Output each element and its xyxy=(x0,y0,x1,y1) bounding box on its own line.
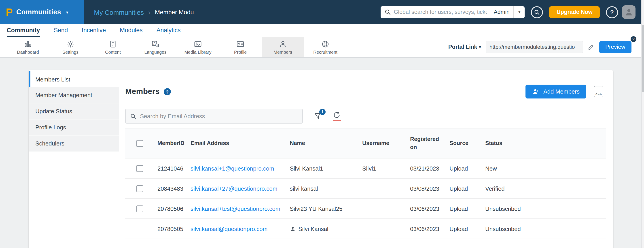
topbar-actions: Admin ▾ Upgrade Now ? xyxy=(381,5,644,19)
preview-button[interactable]: Preview xyxy=(599,41,632,53)
reset-filters-button[interactable] xyxy=(333,111,341,121)
member-email-link[interactable]: silvi.kansal+1@questionpro.com xyxy=(190,165,274,172)
id-card-icon xyxy=(236,40,245,48)
xls-export-button[interactable]: XLS xyxy=(594,86,603,97)
row-checkbox[interactable] xyxy=(136,185,143,192)
module-nav: Community Send Incentive Modules Analyti… xyxy=(0,24,644,37)
cell-source: Upload xyxy=(446,158,482,178)
cell-registered-on: 03/08/2023 xyxy=(406,178,446,198)
toolbar-tab-content[interactable]: Content xyxy=(92,37,134,57)
member-search-input[interactable] xyxy=(140,113,298,120)
search-scope[interactable]: Admin xyxy=(490,9,514,15)
filter-count-badge: 1 xyxy=(319,109,326,115)
toolbar-tab-label: Content xyxy=(105,50,121,54)
search-row: 1 xyxy=(125,109,606,124)
breadcrumb-current: Member Modu... xyxy=(155,9,199,16)
person-icon xyxy=(278,40,287,48)
cell-registered-on: 03/06/2023 xyxy=(406,219,446,239)
scrollbar-thumb[interactable] xyxy=(642,25,644,92)
table-row: 20843483 silvi.kansal+27@questionpro.com… xyxy=(125,178,606,198)
cell-username xyxy=(359,219,406,239)
sidebar-item-schedulers[interactable]: Schedulers xyxy=(28,136,119,152)
portal-link-label: Portal Link xyxy=(448,44,477,50)
toolbar-tab-profile[interactable]: Profile xyxy=(219,37,262,57)
scrollbar[interactable] xyxy=(641,0,644,248)
person-icon xyxy=(624,8,633,17)
sidebar-item-label: Members List xyxy=(35,76,70,83)
cell-source: Upload xyxy=(446,219,482,239)
sidebar-item-label: Profile Logs xyxy=(35,124,66,131)
nav-item-community[interactable]: Community xyxy=(7,27,40,37)
cell-member-id: 20843483 xyxy=(154,178,187,198)
nav-item-modules[interactable]: Modules xyxy=(120,27,143,37)
cell-username: Silvi1 xyxy=(359,158,406,178)
avatar[interactable] xyxy=(622,5,636,19)
title-actions: Add Members XLS xyxy=(526,85,606,99)
member-name: Silvi Kansal xyxy=(298,225,328,232)
sidebar-item-label: Member Management xyxy=(35,92,92,99)
toolbar-tab-languages[interactable]: A Languages xyxy=(134,37,177,57)
sidebar-item-label: Update Status xyxy=(35,108,72,115)
toolbar-tab-dashboard[interactable]: Dashboard xyxy=(7,37,49,57)
image-icon xyxy=(194,40,202,48)
portal-link-dropdown[interactable]: Portal Link▾ xyxy=(448,44,481,50)
members-help-icon[interactable]: ? xyxy=(164,88,171,95)
nav-item-send[interactable]: Send xyxy=(54,27,68,37)
row-checkbox[interactable] xyxy=(136,165,143,172)
member-email-link[interactable]: silvi.kansal+test@questionpro.com xyxy=(190,205,280,212)
column-header-username: Username xyxy=(359,129,406,158)
edit-pencil-icon[interactable] xyxy=(588,44,594,51)
sidebar-item-profile-logs[interactable]: Profile Logs xyxy=(28,120,119,136)
upgrade-button[interactable]: Upgrade Now xyxy=(550,6,600,18)
gear-icon xyxy=(66,40,75,48)
cell-name: silvi kansal xyxy=(286,178,359,198)
breadcrumb-parent[interactable]: My Communities xyxy=(94,8,144,16)
toolbar-tab-settings[interactable]: Settings xyxy=(49,37,92,57)
column-header-name: Name xyxy=(286,129,359,158)
chevron-down-icon: ▾ xyxy=(66,10,68,15)
add-members-button[interactable]: Add Members xyxy=(526,85,586,99)
member-email-link[interactable]: silvi.kansal@questionpro.com xyxy=(190,225,268,232)
portal-url-field[interactable]: http://membermoduletesting.questio xyxy=(486,41,583,53)
toolbar-tab-recruitment[interactable]: Recruitment xyxy=(304,37,346,57)
cell-status: Unsubscribed xyxy=(482,219,606,239)
person-icon xyxy=(290,226,296,232)
column-header-memberid: MemberID xyxy=(154,129,187,158)
search-scope-dropdown[interactable]: ▾ xyxy=(514,6,525,18)
toolbar-tab-label: Profile xyxy=(234,50,247,54)
preview-help-icon[interactable]: ? xyxy=(630,36,636,42)
toolbar-tab-members[interactable]: Members xyxy=(262,37,304,57)
filter-button[interactable]: 1 xyxy=(314,112,322,120)
cell-name: Silvi Kansal1 xyxy=(286,158,359,178)
sidebar-item-update-status[interactable]: Update Status xyxy=(28,103,119,120)
cell-name: Silvi23 YU Kansal25 xyxy=(286,198,359,219)
cell-username xyxy=(359,178,406,198)
table-row: 20780505 silvi.kansal@questionpro.com Si… xyxy=(125,219,606,239)
toolbar-tab-media-library[interactable]: Media Library xyxy=(177,37,219,57)
cell-source: Upload xyxy=(446,178,482,198)
search-button[interactable] xyxy=(531,6,543,18)
cell-name: Silvi Kansal xyxy=(286,219,359,239)
member-email-link[interactable]: silvi.kansal+27@questionpro.com xyxy=(190,185,277,192)
row-checkbox[interactable] xyxy=(136,205,143,212)
svg-text:A: A xyxy=(154,41,156,45)
column-header-registered-on: Registered on xyxy=(406,129,446,158)
global-search-input[interactable] xyxy=(391,9,490,15)
help-button[interactable]: ? xyxy=(606,6,618,18)
cell-username xyxy=(359,198,406,219)
search-icon xyxy=(385,9,391,15)
cell-status: Verified xyxy=(482,178,606,198)
breadcrumb-chevron-icon: › xyxy=(148,9,150,16)
members-panel: Members ? Add Members XLS 1 xyxy=(119,70,613,248)
sidebar-item-member-management[interactable]: Member Management xyxy=(28,87,119,103)
select-all-checkbox[interactable] xyxy=(136,140,143,147)
toolbar-tab-label: Languages xyxy=(144,50,166,54)
app: P Communities ▾ My Communities › Member … xyxy=(0,0,644,248)
sidebar-item-members-list[interactable]: Members List xyxy=(28,71,119,87)
chevron-down-icon: ▾ xyxy=(479,45,481,49)
nav-item-analytics[interactable]: Analytics xyxy=(156,27,181,37)
add-person-icon xyxy=(532,88,540,95)
product-switcher[interactable]: P Communities ▾ xyxy=(0,0,84,24)
topbar: P Communities ▾ My Communities › Member … xyxy=(0,0,644,24)
nav-item-incentive[interactable]: Incentive xyxy=(82,27,106,37)
